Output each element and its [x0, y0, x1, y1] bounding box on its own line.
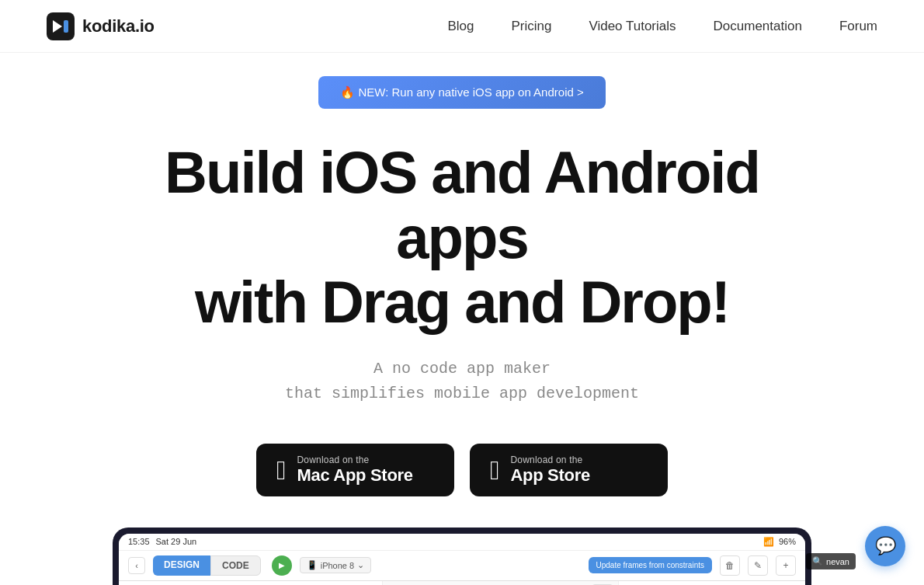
device-name: iPhone 8 — [321, 561, 354, 570]
phone-icon: 📱 — [307, 560, 318, 570]
ios-btn-main-text: App Store — [510, 465, 589, 486]
apple-icon-ios:  — [490, 457, 499, 483]
ios-btn-top-text: Download on the — [510, 454, 582, 465]
update-frames-label: Update frames from constraints — [596, 561, 705, 569]
update-frames-button[interactable]: Update frames from constraints — [589, 557, 713, 573]
mac-btn-text: Download on the Mac App Store — [297, 454, 412, 486]
nav-pricing[interactable]: Pricing — [511, 19, 551, 33]
logo-text: kodika.io — [82, 16, 155, 37]
nevan-search-icon: 🔍 — [812, 556, 823, 566]
design-code-tabs: DESIGN CODE — [153, 555, 261, 576]
wifi-icon: 📶 — [763, 537, 774, 547]
app-store-button[interactable]:  Download on the App Store — [470, 444, 668, 496]
trash-button[interactable]: 🗑 — [720, 555, 740, 576]
hero-subtitle: A no code app maker that simplifies mobi… — [285, 357, 639, 406]
status-bar-left: 15:35 Sat 29 Jun — [128, 537, 196, 546]
mac-btn-main-text: Mac App Store — [297, 465, 412, 486]
status-time: 15:35 — [128, 537, 150, 546]
device-selector[interactable]: 📱 iPhone 8 ⌄ — [300, 557, 371, 573]
device-toolbar: ‹ DESIGN CODE ▶ 📱 iPhone 8 ⌄ Update fram… — [119, 551, 805, 581]
mac-btn-top-text: Download on the — [297, 454, 369, 465]
chat-icon: 💬 — [875, 536, 896, 556]
mac-app-store-button[interactable]:  Download on the Mac App Store — [256, 444, 454, 496]
svg-rect-2 — [64, 20, 68, 33]
chevron-down-icon: ⌄ — [357, 560, 364, 570]
edit-button[interactable]: ✎ — [748, 555, 768, 576]
tab-design[interactable]: DESIGN — [153, 555, 210, 576]
nav-blog[interactable]: Blog — [447, 19, 474, 33]
hero-subtitle-line2: that simplifies mobile app development — [285, 385, 639, 402]
device-frame: 15:35 Sat 29 Jun 📶 96% ‹ DESIGN CODE — [113, 528, 811, 585]
nevan-label: nevan — [826, 557, 849, 566]
logo[interactable]: kodika.io — [47, 12, 155, 40]
hero-title-line2: with Drag and Drop! — [195, 269, 729, 335]
battery-level: 96% — [779, 537, 796, 546]
announcement-emoji: 🔥 — [340, 85, 355, 99]
download-buttons:  Download on the Mac App Store  Downlo… — [256, 444, 668, 496]
nav-forum[interactable]: Forum — [839, 19, 877, 33]
back-btn[interactable]: ‹ — [128, 557, 145, 574]
announcement-text: 🔥 NEW: Run any native iOS app on Android… — [340, 85, 583, 99]
device-content: 🌐 Kodika.io 100% 🔋 12:00 AM ●●● — [119, 581, 805, 585]
hero-subtitle-line1: A no code app maker — [373, 360, 551, 378]
navbar: kodika.io Blog Pricing Video Tutorials D… — [0, 0, 924, 53]
hero-title-line1: Build iOS and Android apps — [165, 139, 759, 270]
tab-code[interactable]: CODE — [210, 555, 261, 576]
nav-documentation[interactable]: Documentation — [714, 19, 802, 33]
device-statusbar: 15:35 Sat 29 Jun 📶 96% — [119, 534, 805, 551]
device-inner: 15:35 Sat 29 Jun 📶 96% ‹ DESIGN CODE — [119, 534, 805, 585]
hero-title: Build iOS and Android apps with Drag and… — [113, 140, 811, 335]
nevan-badge: 🔍 nevan — [806, 553, 856, 569]
play-button[interactable]: ▶ — [272, 555, 292, 576]
ios-btn-text: Download on the App Store — [510, 454, 589, 486]
apple-icon-mac:  — [276, 457, 286, 483]
main-content: 🔥 NEW: Run any native iOS app on Android… — [0, 53, 924, 585]
nav-links: Blog Pricing Video Tutorials Documentati… — [447, 19, 877, 34]
add-button[interactable]: + — [776, 555, 796, 576]
nav-video-tutorials[interactable]: Video Tutorials — [589, 19, 676, 33]
left-panel: 🌐 Kodika.io 100% 🔋 12:00 AM ●●● — [119, 581, 383, 585]
status-bar-right: 📶 96% — [763, 537, 796, 547]
center-panel: ◻ superview — [383, 581, 619, 585]
app-screenshot-container: 15:35 Sat 29 Jun 📶 96% ‹ DESIGN CODE — [113, 528, 811, 585]
announcement-banner[interactable]: 🔥 NEW: Run any native iOS app on Android… — [318, 76, 605, 109]
logo-icon — [47, 12, 75, 40]
status-date: Sat 29 Jun — [156, 537, 197, 546]
right-panel: •• ↔ ↕ ▭ Style Text Image — [619, 581, 805, 585]
chat-widget[interactable]: 💬 — [865, 526, 905, 566]
